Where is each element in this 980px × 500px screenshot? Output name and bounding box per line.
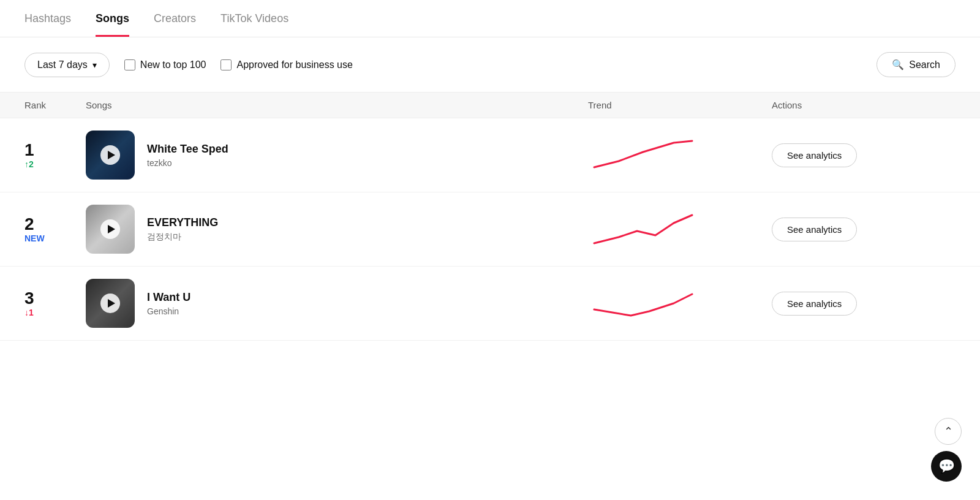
trend-cell-1	[588, 134, 772, 176]
tab-songs[interactable]: Songs	[96, 0, 129, 37]
new-to-top-100-filter[interactable]: New to top 100	[124, 59, 206, 70]
table-row: 1 ↑2 White Tee Sped tezkko See analytics	[0, 118, 980, 192]
approved-business-checkbox[interactable]	[221, 59, 232, 70]
search-button[interactable]: 🔍 Search	[876, 52, 956, 77]
play-icon-3[interactable]	[100, 294, 120, 313]
rank-number-3: 3	[24, 289, 34, 308]
search-icon: 🔍	[892, 59, 904, 70]
trend-chart-2	[588, 208, 698, 251]
col-songs: Songs	[86, 100, 588, 110]
song-artist-1: tezkko	[147, 158, 228, 168]
song-info-2: EVERYTHING 검정치마	[86, 205, 588, 254]
tab-tiktok-videos[interactable]: TikTok Videos	[221, 0, 288, 37]
rank-number-1: 1	[24, 141, 34, 160]
search-label: Search	[909, 59, 940, 70]
song-title-3: I Want U	[147, 291, 190, 304]
play-icon-2[interactable]	[100, 219, 120, 239]
song-text-3: I Want U Genshin	[147, 291, 190, 316]
approved-business-filter[interactable]: Approved for business use	[221, 59, 352, 70]
see-analytics-button-3[interactable]: See analytics	[772, 292, 857, 316]
song-title-1: White Tee Sped	[147, 143, 228, 156]
scroll-top-icon: ⌃	[944, 425, 953, 438]
trend-chart-3	[588, 282, 698, 325]
see-analytics-button-2[interactable]: See analytics	[772, 218, 857, 241]
song-text-2: EVERYTHING 검정치마	[147, 216, 218, 243]
song-title-2: EVERYTHING	[147, 216, 218, 229]
scroll-to-top-button[interactable]: ⌃	[935, 418, 962, 445]
actions-cell-1: See analytics	[772, 143, 956, 167]
trend-cell-2	[588, 208, 772, 251]
table-row: 2 NEW EVERYTHING 검정치마 See analytics	[0, 192, 980, 267]
song-text-1: White Tee Sped tezkko	[147, 143, 228, 168]
tab-creators[interactable]: Creators	[154, 0, 196, 37]
col-trend: Trend	[588, 100, 772, 110]
period-label: Last 7 days	[37, 59, 88, 70]
trend-chart-1	[588, 134, 698, 176]
col-actions: Actions	[772, 100, 956, 110]
rank-cell-1: 1 ↑2	[24, 141, 86, 170]
song-thumbnail-2[interactable]	[86, 205, 135, 254]
trend-cell-3	[588, 282, 772, 325]
col-rank: Rank	[24, 100, 86, 110]
song-artist-3: Genshin	[147, 306, 190, 316]
filters-row: Last 7 days ▾ New to top 100 Approved fo…	[0, 37, 980, 92]
chat-button[interactable]: 💬	[931, 451, 962, 482]
song-thumbnail-3[interactable]	[86, 279, 135, 328]
tab-hashtags[interactable]: Hashtags	[24, 0, 71, 37]
new-to-top-100-checkbox[interactable]	[124, 59, 135, 70]
period-dropdown[interactable]: Last 7 days ▾	[24, 53, 110, 77]
table-row: 3 ↓1 I Want U Genshin See analytics	[0, 267, 980, 341]
nav-tabs: Hashtags Songs Creators TikTok Videos	[0, 0, 980, 37]
chevron-down-icon: ▾	[92, 60, 97, 70]
rank-change-3: ↓1	[24, 308, 34, 317]
play-icon-1[interactable]	[100, 145, 120, 165]
song-info-3: I Want U Genshin	[86, 279, 588, 328]
rank-number-2: 2	[24, 215, 34, 234]
rank-change-2: NEW	[24, 233, 45, 243]
approved-business-label: Approved for business use	[236, 59, 352, 70]
new-to-top-100-label: New to top 100	[140, 59, 206, 70]
chat-icon: 💬	[938, 458, 955, 474]
see-analytics-button-1[interactable]: See analytics	[772, 143, 857, 167]
actions-cell-2: See analytics	[772, 218, 956, 241]
table-header: Rank Songs Trend Actions	[0, 92, 980, 118]
rank-cell-2: 2 NEW	[24, 215, 86, 244]
song-artist-2: 검정치마	[147, 232, 218, 243]
rank-change-1: ↑2	[24, 159, 34, 169]
song-info-1: White Tee Sped tezkko	[86, 131, 588, 180]
actions-cell-3: See analytics	[772, 292, 956, 316]
rank-cell-3: 3 ↓1	[24, 289, 86, 318]
song-thumbnail-1[interactable]	[86, 131, 135, 180]
